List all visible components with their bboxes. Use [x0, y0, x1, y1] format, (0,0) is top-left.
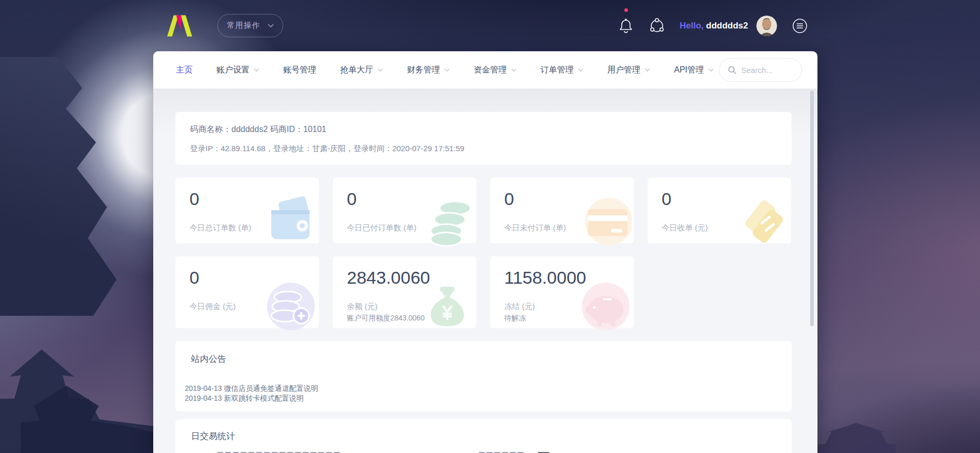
chevron-down-icon — [708, 68, 714, 72]
avatar-photo — [756, 16, 777, 36]
tickets-icon — [735, 195, 789, 246]
nav-label: 财务管理 — [407, 65, 440, 76]
stat-value: 0 — [504, 189, 514, 209]
chevron-down-icon — [268, 24, 274, 28]
merchant-name-id: 码商名称：dddddds2 码商ID：10101 — [190, 124, 792, 135]
stat-label: 今日未付订单 (单) — [504, 223, 566, 233]
nav-label: 账号管理 — [283, 65, 316, 76]
greeting-prefix: Hello, — [680, 21, 704, 31]
announcement-text: 新双跳转卡模式配置说明 — [224, 394, 304, 402]
wallet-icon — [263, 195, 317, 246]
chevron-down-icon — [444, 68, 450, 72]
stat-card-received-amount: 0 今日收单 (元) — [648, 178, 791, 243]
announcements-title: 站内公告 — [191, 353, 792, 365]
quick-actions-dropdown[interactable]: 常用操作 — [217, 14, 283, 37]
quick-actions-label: 常用操作 — [227, 21, 260, 31]
stat-label: 今日收单 (元) — [662, 223, 708, 233]
avatar[interactable] — [756, 16, 777, 36]
stats-row-2: 0 今日佣金 (元) 2843.0060 余额 (元) 账 — [175, 256, 792, 328]
scrollbar-thumb[interactable] — [810, 91, 814, 326]
stat-value: 0 — [189, 268, 199, 288]
stat-value: 0 — [189, 189, 199, 209]
logo-icon[interactable] — [166, 14, 194, 37]
coins-plus-icon — [263, 280, 317, 331]
stat-card-frozen: 1158.0000 冻结 (元) 待解冻 — [490, 256, 634, 328]
nav-label: 账户设置 — [216, 65, 250, 76]
stat-card-balance: 2843.0060 余额 (元) 账户可用额度2843.0060 — [333, 256, 476, 328]
stat-sublabel: 待解冻 — [504, 314, 526, 323]
menu-button[interactable] — [791, 17, 809, 35]
stat-label: 冻结 (元) — [504, 302, 535, 312]
announcement-date: 2019-04-13 — [185, 394, 222, 402]
announcement-item[interactable]: 2019-04-13 微信店员通免签通道配置说明 — [185, 384, 792, 393]
daily-stats-card: 日交易统计 — [175, 419, 792, 453]
share-button[interactable] — [648, 17, 666, 35]
chevron-down-icon — [645, 68, 650, 72]
stat-label: 今日已付订单数 (单) — [347, 223, 416, 233]
login-details: 登录IP：42.89.114.68，登录地址：甘肃-庆阳，登录时间：2020-0… — [190, 144, 792, 154]
announcement-item[interactable]: 2019-04-13 新双跳转卡模式配置说明 — [185, 393, 792, 403]
nav-item-api[interactable]: API管理 — [674, 65, 714, 76]
announcement-text: 微信店员通免签通道配置说明 — [224, 384, 318, 392]
stats-row-1: 0 今日总订单数 (单) 0 今日已付订单数 (单) — [175, 178, 792, 243]
money-bag-icon — [420, 280, 474, 331]
nav-item-finance[interactable]: 财务管理 — [407, 65, 450, 76]
screen: 常用操作 Hello, dddddds2 — [0, 0, 980, 453]
stat-card-total-orders: 0 今日总订单数 (单) — [175, 178, 319, 243]
main-panel: 主页 账户设置 账号管理 抢单大厅 财务管理 资金管理 订单管理 — [153, 51, 817, 453]
announcement-date: 2019-04-13 — [185, 384, 222, 392]
dashboard-content: 码商名称：dddddds2 码商ID：10101 登录IP：42.89.114.… — [153, 89, 817, 453]
stat-card-unpaid-orders: 0 今日未付订单 (单) — [490, 178, 634, 243]
search-box — [719, 58, 802, 82]
nav-item-account-settings[interactable]: 账户设置 — [216, 65, 259, 76]
nav-item-users[interactable]: 用户管理 — [607, 65, 650, 76]
notifications-button[interactable] — [617, 17, 635, 35]
nav-label: API管理 — [674, 65, 704, 76]
stat-label: 今日总订单数 (单) — [189, 223, 251, 233]
stat-value: 0 — [662, 189, 671, 209]
merchant-info-card: 码商名称：dddddds2 码商ID：10101 登录IP：42.89.114.… — [175, 112, 792, 165]
nav-label: 主页 — [176, 65, 193, 76]
chevron-down-icon — [511, 68, 517, 72]
nav-item-orders[interactable]: 订单管理 — [540, 65, 583, 76]
nav-label: 用户管理 — [607, 65, 640, 76]
chevron-down-icon — [254, 68, 259, 72]
stat-card-paid-orders: 0 今日已付订单数 (单) — [333, 178, 476, 243]
hamburger-menu-icon — [792, 18, 808, 34]
share-icon — [649, 18, 665, 34]
bell-icon — [618, 18, 634, 34]
top-header: 常用操作 Hello, dddddds2 — [0, 0, 980, 51]
search-input[interactable] — [741, 66, 793, 75]
nav-item-account-management[interactable]: 账号管理 — [283, 65, 316, 76]
nav-item-order-hall[interactable]: 抢单大厅 — [340, 65, 383, 76]
stat-value: 2843.0060 — [347, 268, 430, 288]
piggy-bank-icon — [578, 280, 632, 331]
stat-value: 0 — [347, 189, 357, 209]
stat-label: 余额 (元) — [347, 302, 377, 312]
nav-bar: 主页 账户设置 账号管理 抢单大厅 财务管理 资金管理 订单管理 — [153, 51, 817, 89]
stat-value: 1158.0000 — [504, 268, 586, 288]
nav-label: 资金管理 — [474, 65, 507, 76]
stat-label: 今日佣金 (元) — [189, 302, 236, 312]
credit-card-icon — [578, 195, 632, 246]
nav-item-home[interactable]: 主页 — [176, 65, 193, 76]
chevron-down-icon — [578, 68, 583, 72]
search-icon — [728, 66, 737, 75]
announcements-card: 站内公告 2019-04-13 微信店员通免签通道配置说明 2019-04-13… — [175, 341, 792, 411]
nav-label: 订单管理 — [540, 65, 574, 76]
notification-dot — [624, 8, 628, 12]
greeting: Hello, dddddds2 — [680, 21, 748, 31]
chevron-down-icon — [377, 68, 383, 72]
stat-card-commission: 0 今日佣金 (元) — [175, 256, 319, 328]
stat-sublabel: 账户可用额度2843.0060 — [347, 314, 425, 323]
nav-label: 抢单大厅 — [340, 65, 373, 76]
nav-item-funds[interactable]: 资金管理 — [474, 65, 517, 76]
daily-stats-title: 日交易统计 — [191, 430, 792, 442]
coins-icon — [420, 195, 474, 246]
username: dddddds2 — [706, 21, 748, 31]
